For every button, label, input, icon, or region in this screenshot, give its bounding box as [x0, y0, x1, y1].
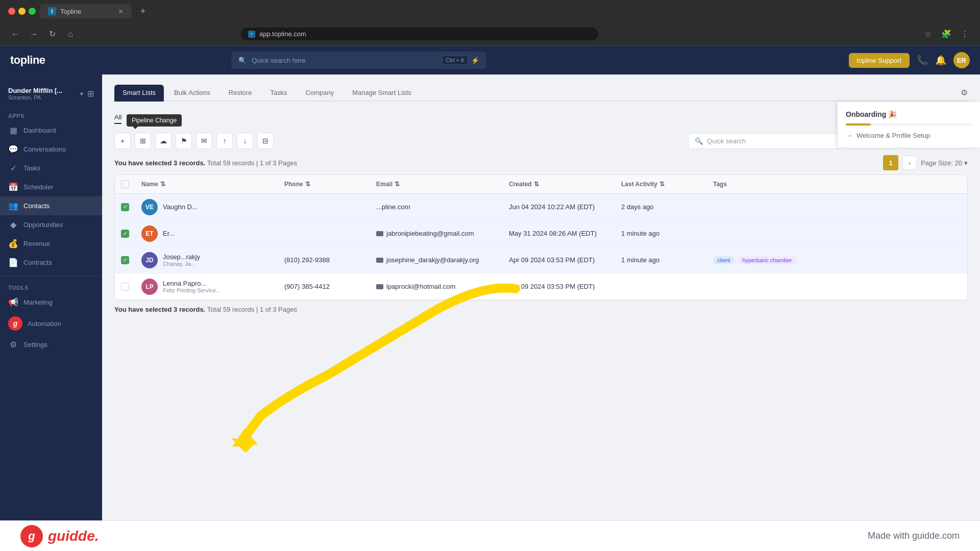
sort-icon: ⇅ [659, 181, 665, 188]
home-button[interactable]: ⌂ [63, 27, 78, 41]
th-created: Created ⇅ [503, 180, 615, 188]
org-info: Dunder Mifflin [... Scranton, PA [8, 87, 76, 101]
grid-button[interactable]: ⊟ [257, 133, 274, 149]
minimize-traffic-light[interactable] [18, 8, 26, 15]
row-checkbox-4[interactable] [121, 283, 129, 291]
sidebar-item-label: Contracts [23, 259, 52, 266]
search-shortcut: Ctrl + K [442, 56, 468, 65]
tab-close-icon[interactable]: ✕ [118, 8, 124, 15]
automation-g-icon: g [8, 316, 22, 331]
upload-button[interactable]: ↑ [216, 133, 233, 149]
lightning-icon: ⚡ [471, 57, 479, 64]
sidebar-item-settings[interactable]: ⚙ Settings [0, 335, 102, 354]
tab-bulk-actions[interactable]: Bulk Actions [166, 85, 218, 102]
sort-icon: ⇅ [160, 181, 165, 188]
tab-tasks[interactable]: Tasks [262, 85, 295, 102]
sidebar-item-tasks[interactable]: ✓ Tasks [0, 159, 102, 178]
current-page[interactable]: 1 [883, 155, 898, 170]
extensions-icon[interactable]: 🧩 [939, 27, 953, 41]
tab-manage-smart-lists[interactable]: Manage Smart Lists [344, 85, 420, 102]
sort-icon: ⇅ [534, 181, 539, 188]
tab-smart-lists[interactable]: Smart Lists [114, 85, 164, 102]
forward-button[interactable]: → [27, 27, 41, 41]
onboarding-panel: Onboarding 🎉 → Welcome & Profile Setup [837, 102, 980, 147]
onboarding-item[interactable]: → Welcome & Profile Setup [846, 132, 972, 139]
scheduler-icon: 📅 [8, 182, 18, 192]
table-row[interactable]: ✓ ET Er... jabronipiebeating@gmail.com [115, 220, 967, 247]
layout-icon[interactable]: ⊞ [87, 89, 94, 98]
sidebar-item-marketing[interactable]: 📢 Marketing [0, 293, 102, 312]
page-size[interactable]: Page Size: 20 ▾ [921, 159, 968, 167]
tab-favicon: t [48, 7, 56, 15]
bookmark-icon[interactable]: ☆ [921, 27, 935, 41]
back-button[interactable]: ← [8, 27, 22, 41]
tab-company[interactable]: Company [298, 85, 342, 102]
support-button[interactable]: topline Support [849, 53, 910, 68]
download-button[interactable]: ↓ [237, 133, 253, 149]
contact-cell-3: JD Josep...rakjy Chanay, Ja... [135, 248, 278, 272]
contact-company-3: Chanay, Ja... [163, 261, 200, 267]
refresh-button[interactable]: ↻ [45, 27, 59, 41]
contact-cell-1: VE Vaughn D... [135, 195, 278, 219]
tab-restore[interactable]: Restore [220, 85, 260, 102]
onboarding-title-text: Onboarding 🎉 [846, 110, 897, 118]
avatar-3: JD [141, 252, 158, 268]
browser-tab[interactable]: t Topline ✕ [40, 4, 132, 18]
fullscreen-traffic-light[interactable] [29, 8, 36, 15]
sidebar-item-conversations[interactable]: 💬 Conversations [0, 140, 102, 159]
sidebar-item-label: Revenue [23, 240, 50, 247]
sidebar-item-opportunities[interactable]: ◆ Opportunities [0, 215, 102, 234]
org-chevron-icon: ▾ [80, 90, 83, 97]
arrow-annotation [184, 273, 541, 454]
table-row[interactable]: ✓ JD Josep...rakjy Chanay, Ja... (810) 2… [115, 247, 967, 273]
table-row[interactable]: ✓ VE Vaughn D... ...pline.com Jun 04 [115, 194, 967, 220]
sidebar-item-automation[interactable]: g Automation [0, 312, 102, 335]
row-checkbox-3[interactable]: ✓ [121, 256, 129, 264]
tasks-icon: ✓ [8, 163, 18, 173]
select-all-checkbox[interactable] [121, 180, 129, 188]
email-badge-3 [376, 258, 383, 263]
phone-icon[interactable]: 📞 [917, 55, 928, 66]
records-bar-top: You have selected 3 records. Total 59 re… [114, 155, 968, 170]
next-page-button[interactable]: › [902, 156, 917, 170]
table-row[interactable]: LP Lenna Papro... Feltz Printing Service… [115, 273, 967, 300]
contact-name-2: Er... [163, 230, 175, 237]
selected-records-text: You have selected 3 records. [114, 159, 205, 167]
pipeline-button[interactable]: ☁ [155, 133, 172, 149]
sidebar-item-label: Scheduler [23, 183, 54, 191]
email-2: jabronipiebeating@gmail.com [370, 226, 503, 241]
flag-button[interactable]: ⚑ [176, 133, 192, 149]
sidebar-item-scheduler[interactable]: 📅 Scheduler [0, 178, 102, 196]
quick-search[interactable]: 🔍 Quick search [688, 133, 841, 149]
sidebar-item-revenue[interactable]: 💰 Revenue [0, 234, 102, 253]
user-avatar[interactable]: ER [953, 52, 970, 68]
email-text-4: lpaprocki@hotmail.com [386, 283, 455, 290]
phone-4: (907) 385-4412 [278, 279, 370, 294]
row-checkbox-2[interactable]: ✓ [121, 230, 129, 238]
sidebar-item-dashboard[interactable]: ▦ Dashboard [0, 121, 102, 140]
app-header: topline 🔍 Quick search here Ctrl + K ⚡ t… [0, 46, 980, 74]
last-activity-header: Last Activity [621, 181, 657, 188]
row-checkbox-1[interactable]: ✓ [121, 203, 129, 211]
filter-tab-all[interactable]: All [114, 111, 121, 124]
bottom-total-text: Total 59 records | 1 of 3 Pages [207, 306, 297, 313]
address-bar[interactable]: t app.topline.com [241, 28, 598, 40]
sidebar-divider [0, 276, 102, 277]
tags-header: Tags [713, 181, 727, 188]
tab-settings-icon[interactable]: ⚙ [961, 88, 968, 97]
search-box[interactable]: 🔍 Quick search here Ctrl + K ⚡ [231, 52, 486, 69]
new-tab-button[interactable]: + [136, 4, 150, 18]
tags-4 [707, 283, 967, 291]
close-traffic-light[interactable] [8, 8, 15, 15]
sidebar-item-contracts[interactable]: 📄 Contracts [0, 253, 102, 272]
filter-button[interactable]: ⊞ [135, 133, 151, 149]
page-size-label: Page Size: 20 [921, 159, 962, 167]
add-button[interactable]: + [114, 133, 131, 149]
menu-icon[interactable]: ⋮ [958, 27, 972, 41]
sidebar-item-contacts[interactable]: 👥 Contacts [0, 196, 102, 215]
email-button[interactable]: ✉ [196, 133, 212, 149]
th-phone: Phone ⇅ [278, 180, 370, 188]
org-selector[interactable]: Dunder Mifflin [... Scranton, PA ▾ ⊞ [0, 83, 102, 109]
table-header: Name ⇅ Phone ⇅ Email ⇅ Created [115, 175, 967, 194]
bell-icon[interactable]: 🔔 [935, 55, 946, 66]
